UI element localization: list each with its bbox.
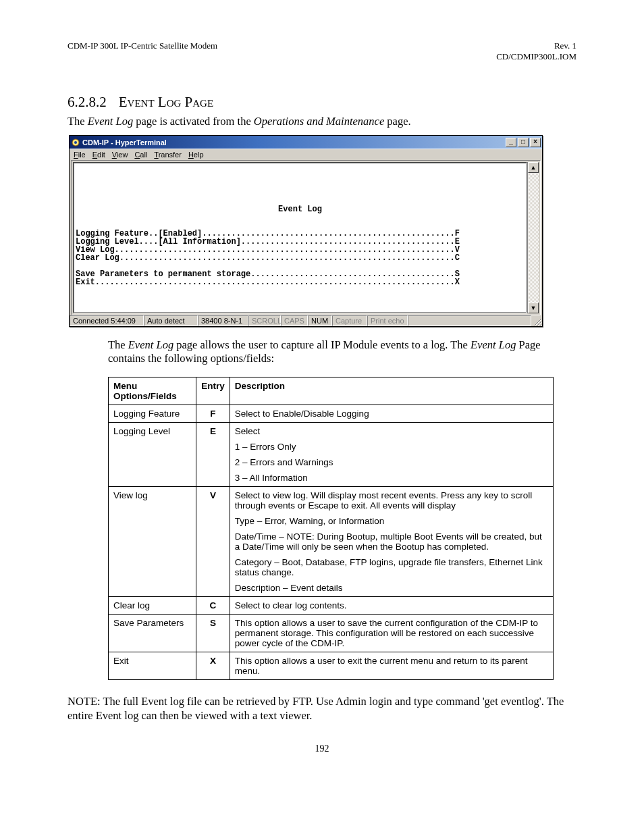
- window-title: CDM-IP - HyperTerminal: [82, 138, 506, 147]
- cell-menu: View log: [109, 487, 196, 597]
- terminal-area[interactable]: Event Log Logging Feature..[Enabled]....…: [74, 163, 526, 312]
- menu-view[interactable]: View: [112, 151, 128, 159]
- status-scroll: SCROLL: [248, 315, 281, 326]
- scroll-track[interactable]: [528, 173, 539, 303]
- cell-desc: This option allows a user to save the cu…: [230, 615, 553, 652]
- cell-menu: Logging Level: [109, 423, 196, 487]
- svg-point-1: [74, 141, 77, 144]
- header-rev: Rev. 1: [496, 41, 576, 51]
- table-row: ExitXThis option allows a user to exit t…: [109, 652, 554, 680]
- scroll-up-button[interactable]: ▲: [528, 162, 539, 173]
- cell-entry: X: [196, 652, 230, 680]
- header-doc: CD/CDMIP300L.IOM: [496, 51, 576, 62]
- cell-entry: C: [196, 597, 230, 615]
- terminal-lines: Logging Feature..[Enabled]..............…: [76, 221, 525, 294]
- cell-menu: Logging Feature: [109, 405, 196, 423]
- cell-entry: V: [196, 487, 230, 597]
- cell-entry: F: [196, 405, 230, 423]
- cell-desc: Select to view log. Will display most re…: [230, 487, 553, 597]
- cell-desc: Select to clear log contents.: [230, 597, 553, 615]
- section-number: 6.2.8.2: [68, 94, 107, 110]
- menu-transfer[interactable]: Transfer: [154, 151, 182, 159]
- col-menu-header: Menu Options/Fields: [109, 377, 196, 405]
- header-left: CDM-IP 300L IP-Centric Satellite Modem: [68, 41, 217, 62]
- table-row: Logging FeatureFSelect to Enable/Disable…: [109, 405, 554, 423]
- menu-edit[interactable]: Edit: [92, 151, 105, 159]
- resize-grip-icon[interactable]: [531, 315, 542, 326]
- status-port: 38400 8-N-1: [198, 315, 248, 326]
- page-header: CDM-IP 300L IP-Centric Satellite Modem R…: [68, 41, 576, 62]
- table-row: Logging LevelESelect1 – Errors Only2 – E…: [109, 423, 554, 487]
- menu-call[interactable]: Call: [134, 151, 147, 159]
- hyperterminal-window: CDM-IP - HyperTerminal _ □ × File Edit V…: [69, 135, 543, 327]
- options-table: Menu Options/Fields Entry Description Lo…: [108, 377, 554, 680]
- col-desc-header: Description: [230, 377, 553, 405]
- menu-help[interactable]: Help: [188, 151, 204, 159]
- status-caps: CAPS: [281, 315, 308, 326]
- cell-desc: This option allows a user to exit the cu…: [230, 652, 553, 680]
- status-capture: Capture: [332, 315, 367, 326]
- cell-desc: Select to Enable/Disable Logging: [230, 405, 553, 423]
- status-num: NUM: [308, 315, 332, 326]
- status-printecho: Print echo: [367, 315, 408, 326]
- cell-menu: Exit: [109, 652, 196, 680]
- table-row: Save ParametersSThis option allows a use…: [109, 615, 554, 652]
- cell-menu: Clear log: [109, 597, 196, 615]
- maximize-button[interactable]: □: [518, 138, 529, 147]
- status-detect: Auto detect: [144, 315, 198, 326]
- note-paragraph: NOTE: The full Event log file can be ret…: [68, 695, 576, 723]
- after-screenshot-paragraph: The Event Log page allows the user to ca…: [108, 338, 576, 366]
- table-row: View logVSelect to view log. Will displa…: [109, 487, 554, 597]
- status-bar: Connected 5:44:09 Auto detect 38400 8-N-…: [70, 315, 542, 326]
- cell-entry: E: [196, 423, 230, 487]
- svg-line-7: [541, 325, 541, 325]
- status-connected: Connected 5:44:09: [70, 315, 144, 326]
- menu-file[interactable]: File: [74, 151, 86, 159]
- document-page: CDM-IP 300L IP-Centric Satellite Modem R…: [0, 0, 644, 781]
- close-button[interactable]: ×: [530, 138, 541, 147]
- window-titlebar[interactable]: CDM-IP - HyperTerminal _ □ ×: [70, 136, 542, 149]
- header-right: Rev. 1 CD/CDMIP300L.IOM: [496, 41, 576, 62]
- scroll-down-button[interactable]: ▼: [528, 303, 539, 313]
- page-number: 192: [68, 744, 576, 754]
- minimize-button[interactable]: _: [506, 138, 516, 147]
- section-heading: 6.2.8.2 Event Log Page: [68, 93, 576, 111]
- menu-bar: File Edit View Call Transfer Help: [70, 149, 542, 160]
- scrollbar[interactable]: ▲ ▼: [527, 162, 539, 313]
- table-row: Clear logCSelect to clear log contents.: [109, 597, 554, 615]
- terminal-blank: [76, 173, 525, 205]
- col-entry-header: Entry: [196, 377, 230, 405]
- cell-menu: Save Parameters: [109, 615, 196, 652]
- cell-desc: Select1 – Errors Only2 – Errors and Warn…: [230, 423, 553, 487]
- terminal-title: Event Log: [76, 205, 525, 213]
- cell-entry: S: [196, 615, 230, 652]
- intro-paragraph: The Event Log page is activated from the…: [68, 115, 576, 128]
- app-icon: [71, 138, 80, 147]
- section-title: Event Log Page: [119, 94, 213, 110]
